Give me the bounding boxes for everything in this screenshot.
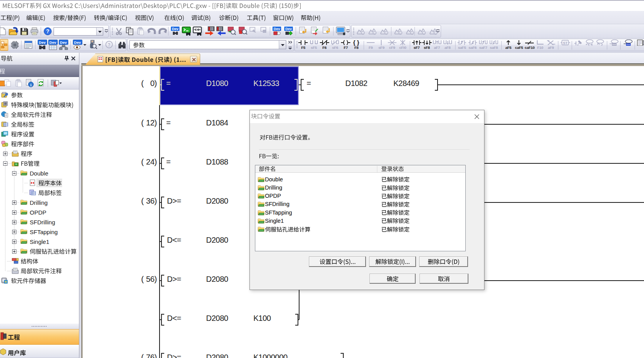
svg-text:(: ( (141, 158, 144, 166)
svg-text:=: = (307, 79, 311, 88)
svg-text:D>=: D>= (167, 197, 181, 205)
svg-text:D>=: D>= (167, 353, 181, 358)
svg-text:D2080: D2080 (206, 353, 228, 358)
svg-text:D2080: D2080 (206, 275, 228, 283)
svg-text:D1084: D1084 (206, 118, 228, 127)
svg-text:(: ( (141, 118, 144, 127)
svg-text:D>=: D>= (167, 275, 181, 283)
svg-text:56): 56) (146, 275, 157, 283)
svg-text:=: = (166, 79, 170, 88)
svg-text:K12533: K12533 (253, 79, 279, 88)
svg-text:(: ( (141, 79, 144, 88)
svg-text:D2080: D2080 (206, 314, 228, 322)
svg-text:D2080: D2080 (206, 236, 228, 244)
svg-text:12): 12) (146, 118, 157, 127)
svg-text:D1088: D1088 (206, 158, 228, 166)
svg-text:76): 76) (146, 353, 157, 358)
svg-text:=: = (166, 158, 170, 166)
svg-text:24): 24) (146, 158, 157, 166)
svg-text:K100: K100 (253, 314, 271, 322)
svg-text:D1080: D1080 (206, 79, 228, 88)
svg-text:(: ( (141, 353, 144, 358)
svg-text:36): 36) (146, 197, 157, 205)
svg-text:(: ( (141, 275, 144, 283)
svg-text:0): 0) (150, 79, 157, 88)
svg-text:D<=: D<= (167, 236, 181, 244)
svg-text:K28469: K28469 (393, 79, 419, 88)
svg-text:D1082: D1082 (345, 79, 368, 88)
svg-text:=: = (166, 118, 170, 127)
svg-text:D<=: D<= (167, 314, 181, 322)
svg-text:K1000000: K1000000 (253, 353, 288, 358)
svg-text:D2080: D2080 (206, 197, 228, 205)
svg-text:(: ( (141, 197, 144, 205)
